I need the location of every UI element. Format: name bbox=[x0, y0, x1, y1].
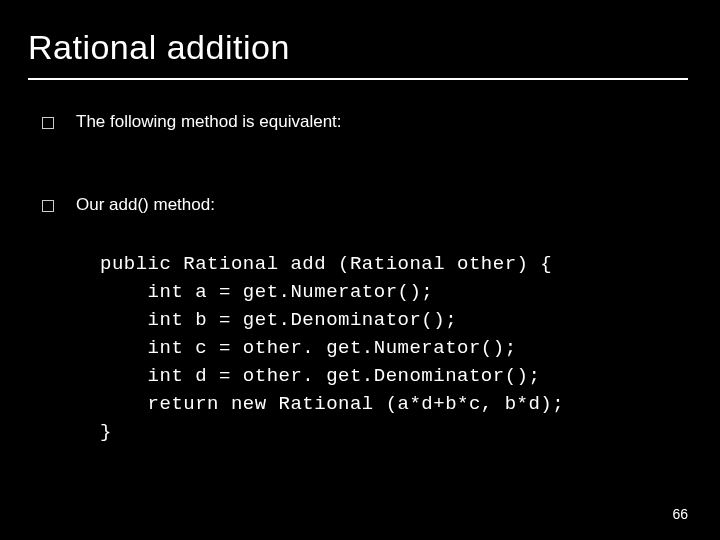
title-underline bbox=[28, 78, 688, 80]
code-line: int a = get.Numerator(); bbox=[100, 281, 433, 303]
square-bullet-icon bbox=[42, 200, 54, 212]
code-line: } bbox=[100, 421, 112, 443]
square-bullet-icon bbox=[42, 117, 54, 129]
slide: Rational addition The following method i… bbox=[0, 0, 720, 540]
code-line: return new Rational (a*d+b*c, b*d); bbox=[100, 393, 564, 415]
bullet-item: The following method is equivalent: bbox=[42, 112, 342, 132]
code-line: int c = other. get.Numerator(); bbox=[100, 337, 517, 359]
code-line: public Rational add (Rational other) { bbox=[100, 253, 552, 275]
bullet-item: Our add() method: bbox=[42, 195, 215, 215]
page-number: 66 bbox=[672, 506, 688, 522]
code-line: int d = other. get.Denominator(); bbox=[100, 365, 540, 387]
code-line: int b = get.Denominator(); bbox=[100, 309, 457, 331]
code-block: public Rational add (Rational other) { i… bbox=[100, 250, 564, 446]
bullet-text: Our add() method: bbox=[76, 195, 215, 215]
slide-title: Rational addition bbox=[28, 28, 290, 67]
bullet-text: The following method is equivalent: bbox=[76, 112, 342, 132]
